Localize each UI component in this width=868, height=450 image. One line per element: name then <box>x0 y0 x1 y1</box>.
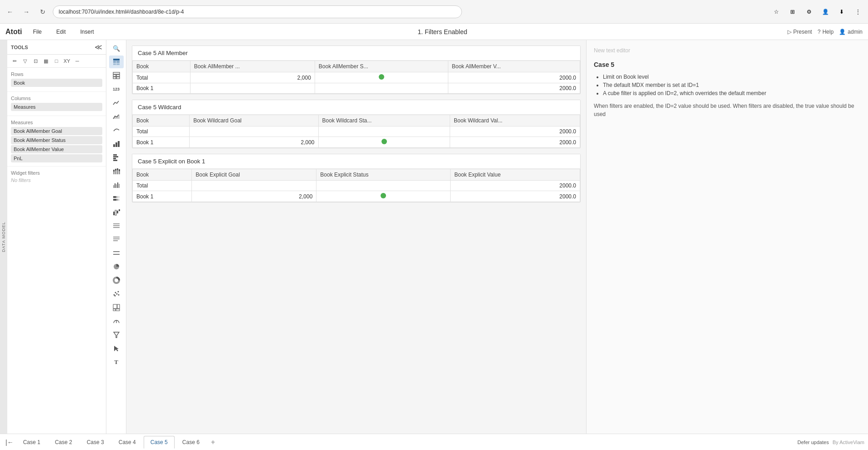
toolbar-btn-grouped[interactable] <box>109 178 124 191</box>
settings-icon[interactable]: ⚙ <box>803 5 815 18</box>
admin-button[interactable]: 👤 admin <box>839 29 863 35</box>
svg-rect-25 <box>119 169 120 171</box>
cell-goal: 2,000 <box>192 191 316 202</box>
data-model-strip: DATA MODEL <box>0 40 7 434</box>
toolbar-btn-table-outline[interactable] <box>109 69 124 82</box>
extensions-icon[interactable]: ⊞ <box>786 5 799 18</box>
more-icon[interactable]: ⋮ <box>852 5 864 18</box>
download-icon[interactable]: ⬇ <box>835 5 848 18</box>
widget-title-2: Case 5 Explicit on Book 1 <box>132 154 580 169</box>
toolbar-btn-line-chart[interactable] <box>109 96 124 109</box>
by-activeviam-label: By ActiveViam <box>833 440 864 445</box>
toolbar-btn-lines2[interactable] <box>109 233 124 246</box>
cell-goal <box>192 181 316 191</box>
cell-status <box>318 137 450 148</box>
toolbar-btn-123[interactable]: 123 <box>109 83 124 96</box>
table-row: Book 1 2,000 2000.0 <box>133 137 580 148</box>
col-header-status-0: Book AllMember S... <box>315 61 448 72</box>
cell-status <box>316 181 451 191</box>
defer-updates-button[interactable]: Defer updates <box>798 440 829 445</box>
table-row: Total 2,000 2000.0 <box>133 72 580 83</box>
toolbar-btn-lines[interactable] <box>109 219 124 232</box>
menu-file[interactable]: File <box>29 27 45 37</box>
back-button[interactable]: ← <box>4 5 16 18</box>
bottom-tabs: |← Case 1 Case 2 Case 3 Case 4 Case 5 Ca… <box>0 434 868 450</box>
rows-chip-book[interactable]: Book <box>11 79 102 87</box>
sidebar-header: TOOLS ≪ <box>7 40 106 55</box>
right-panel-list-item-1: The default MDX member is set at ID=1 <box>603 82 861 88</box>
tool-xy[interactable]: XY <box>62 56 71 66</box>
tab-case6[interactable]: Case 6 <box>176 436 206 449</box>
svg-rect-58 <box>117 304 120 308</box>
sidebar-collapse-icon[interactable]: ≪ <box>95 43 102 51</box>
toolbar-btn-lines3[interactable] <box>109 247 124 259</box>
tab-add-button[interactable]: + <box>207 437 219 447</box>
toolbar-btn-search[interactable]: 🔍 <box>109 42 124 55</box>
toolbar-btn-table-solid[interactable] <box>109 56 124 68</box>
table-row: Book 1 2,000 2000.0 <box>133 191 580 202</box>
svg-rect-19 <box>113 170 115 172</box>
tab-case3[interactable]: Case 3 <box>80 436 111 449</box>
svg-rect-18 <box>113 172 115 174</box>
tool-filter[interactable]: ▽ <box>20 56 30 66</box>
tab-case1[interactable]: Case 1 <box>16 436 47 449</box>
forward-button[interactable]: → <box>20 5 33 18</box>
refresh-button[interactable]: ↻ <box>36 5 49 18</box>
toolbar-btn-area-chart[interactable] <box>109 110 124 123</box>
account-icon[interactable]: 👤 <box>819 5 832 18</box>
cell-value1: 2000.0 <box>451 191 580 202</box>
svg-point-55 <box>114 295 115 297</box>
toolbar-btn-donut[interactable] <box>109 274 124 287</box>
toolbar-btn-bar-chart[interactable] <box>109 151 124 164</box>
toolbar-btn-filter[interactable] <box>109 329 124 341</box>
toolbar-btn-treemap[interactable] <box>109 301 124 314</box>
col-header-value-1: Book Wildcard Val... <box>450 115 580 126</box>
toolbar-btn-stacked[interactable] <box>109 165 124 177</box>
table-row: Book 1 2000.0 <box>133 83 580 94</box>
svg-rect-37 <box>113 212 115 215</box>
toolbar-btn-bullet[interactable] <box>109 192 124 205</box>
toolbar-btn-waterfall[interactable] <box>109 206 124 218</box>
right-panel-list-item-2: A cube filter is applied on ID=2, which … <box>603 90 861 96</box>
toolbar-btn-scatter[interactable] <box>109 124 124 137</box>
bookmark-icon[interactable]: ☆ <box>770 5 783 18</box>
tool-grid[interactable]: ▦ <box>41 56 50 66</box>
help-label: Help <box>823 29 834 35</box>
svg-point-53 <box>116 293 117 295</box>
svg-rect-4 <box>116 63 120 65</box>
present-button[interactable]: ▷ Present <box>788 29 812 35</box>
widget-title-1: Case 5 Wildcard <box>132 100 580 115</box>
tool-checkbox[interactable]: □ <box>52 56 61 66</box>
svg-rect-33 <box>113 196 116 198</box>
toolbar-btn-scatter2[interactable] <box>109 288 124 300</box>
menu-edit[interactable]: Edit <box>53 27 70 37</box>
cell-status <box>318 126 450 137</box>
columns-chip-measures[interactable]: Measures <box>11 103 102 111</box>
svg-point-52 <box>115 292 116 293</box>
svg-marker-63 <box>114 346 119 351</box>
tab-case4[interactable]: Case 4 <box>112 436 143 449</box>
tabs-collapse-icon[interactable]: |← <box>4 437 15 448</box>
cell-book: Book 1 <box>133 83 191 94</box>
cell-book: Total <box>133 181 192 191</box>
menu-insert[interactable]: Insert <box>76 27 97 37</box>
measure-item-1[interactable]: Book AllMember Status <box>11 136 102 144</box>
toolbar-btn-text[interactable]: T <box>109 356 124 369</box>
toolbar-btn-col-chart[interactable] <box>109 137 124 150</box>
tool-dash[interactable]: ─ <box>73 56 82 66</box>
measure-item-2[interactable]: Book AllMember Value <box>11 145 102 153</box>
app-bar: Atoti File Edit Insert 1. Filters Enable… <box>0 24 868 40</box>
help-button[interactable]: ? Help <box>818 29 833 35</box>
toolbar-btn-gauge[interactable] <box>109 315 124 328</box>
toolbar-btn-cursor[interactable] <box>109 342 124 355</box>
tab-case2[interactable]: Case 2 <box>48 436 79 449</box>
measure-item-0[interactable]: Book AllMember Goal <box>11 127 102 135</box>
url-bar[interactable] <box>53 5 462 18</box>
tab-case5[interactable]: Case 5 <box>144 436 175 449</box>
table-case5-explicit: Book Book Explicit Goal Book Explicit St… <box>132 169 580 202</box>
measure-item-3[interactable]: PnL <box>11 154 102 162</box>
tool-pencil[interactable]: ✏ <box>10 56 19 66</box>
svg-rect-3 <box>113 63 116 65</box>
tool-sort[interactable]: ⊡ <box>31 56 40 66</box>
toolbar-btn-pie[interactable] <box>109 260 124 273</box>
